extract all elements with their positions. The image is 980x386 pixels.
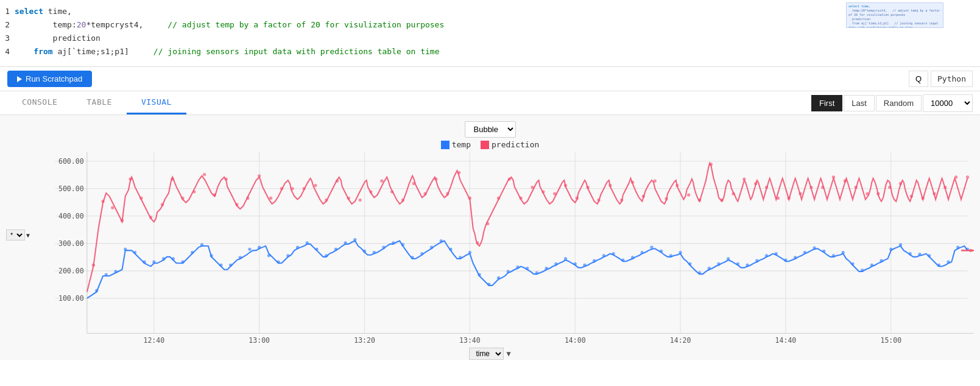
svg-point-105 — [803, 251, 806, 254]
svg-point-41 — [191, 251, 194, 254]
svg-point-176 — [664, 197, 668, 200]
svg-point-169 — [587, 186, 590, 189]
svg-point-141 — [280, 187, 283, 190]
svg-point-116 — [909, 252, 912, 255]
svg-point-144 — [314, 184, 317, 187]
svg-point-148 — [359, 198, 362, 202]
y-axis-select[interactable]: * — [6, 230, 25, 240]
svg-point-106 — [813, 247, 816, 250]
svg-point-125 — [111, 206, 114, 209]
svg-point-97 — [727, 257, 730, 260]
svg-point-152 — [401, 198, 404, 202]
count-select[interactable]: 100 1000 10000 100000 — [923, 94, 973, 112]
svg-point-165 — [541, 190, 545, 193]
search-button[interactable]: Q — [909, 71, 928, 87]
svg-point-95 — [708, 267, 711, 270]
svg-point-139 — [258, 174, 261, 177]
chart-type-select[interactable]: Line Bubble Scatter Bar — [465, 121, 516, 138]
svg-point-198 — [910, 195, 913, 198]
svg-point-53 — [306, 241, 309, 244]
svg-point-170 — [597, 198, 600, 202]
legend-temp-color — [441, 141, 449, 149]
svg-point-96 — [717, 262, 720, 265]
svg-point-166 — [553, 192, 556, 195]
chart-area: Line Bubble Scatter Bar temp prediction … — [0, 115, 980, 360]
svg-point-101 — [765, 254, 768, 257]
svg-point-48 — [258, 246, 261, 249]
chart-controls: Line Bubble Scatter Bar — [0, 121, 980, 138]
svg-text:500.00: 500.00 — [58, 184, 84, 193]
svg-point-192 — [844, 180, 847, 183]
svg-point-115 — [899, 243, 902, 246]
random-page-button[interactable]: Random — [876, 95, 922, 111]
svg-point-199 — [922, 197, 925, 200]
y-axis-dropdown[interactable]: * ▼ — [6, 230, 30, 240]
svg-text:600.00: 600.00 — [58, 157, 84, 166]
svg-point-63 — [401, 243, 404, 246]
tab-table[interactable]: TABLE — [72, 91, 127, 114]
svg-text:100.00: 100.00 — [58, 294, 84, 303]
svg-point-135 — [213, 194, 216, 197]
svg-point-124 — [101, 200, 104, 203]
svg-point-149 — [369, 190, 372, 193]
run-scratchpad-button[interactable]: Run Scratchpad — [7, 71, 92, 87]
svg-point-151 — [390, 190, 393, 193]
code-line-1: select time, — [15, 5, 980, 18]
tabs-bar: CONSOLE TABLE VISUAL First Last Random 1… — [0, 91, 980, 115]
svg-point-146 — [336, 180, 339, 183]
code-editor: 1 2 3 4 select time, temp:20*tempcryst4,… — [0, 0, 980, 67]
chart-wrapper: * ▼ — [6, 152, 974, 346]
svg-point-167 — [564, 184, 567, 187]
chart-svg-element: 600.00 500.00 400.00 300.00 200.00 100.0… — [49, 152, 974, 349]
legend-prediction: prediction — [481, 140, 539, 149]
svg-point-174 — [642, 195, 645, 198]
legend-temp: temp — [441, 140, 471, 149]
svg-point-153 — [412, 182, 415, 185]
svg-point-118 — [928, 254, 931, 257]
svg-point-35 — [133, 251, 136, 254]
code-content[interactable]: select time, temp:20*tempcryst4, // adju… — [15, 5, 980, 61]
svg-point-40 — [181, 261, 184, 264]
x-axis-select[interactable]: time — [469, 348, 504, 360]
tab-visual[interactable]: VISUAL — [127, 91, 186, 114]
svg-point-71 — [478, 273, 481, 276]
svg-point-69 — [459, 256, 462, 259]
svg-point-61 — [382, 246, 385, 249]
svg-point-64 — [411, 256, 414, 259]
y-axis-chevron: ▼ — [26, 232, 30, 239]
first-page-button[interactable]: First — [811, 95, 842, 111]
svg-point-100 — [755, 259, 758, 262]
line-numbers: 1 2 3 4 — [0, 5, 15, 61]
svg-point-179 — [698, 198, 701, 202]
run-button-label: Run Scratchpad — [26, 74, 82, 83]
svg-text:300.00: 300.00 — [58, 239, 84, 248]
svg-point-79 — [554, 262, 557, 265]
svg-point-42 — [200, 243, 203, 246]
svg-point-196 — [888, 186, 891, 189]
svg-point-37 — [152, 261, 155, 264]
svg-point-72 — [487, 282, 490, 286]
svg-point-90 — [660, 250, 663, 253]
tab-console[interactable]: CONSOLE — [7, 91, 72, 114]
code-line-3: prediction — [15, 32, 980, 45]
svg-point-84 — [602, 254, 605, 257]
svg-point-94 — [698, 271, 701, 274]
x-axis-chevron: ▼ — [506, 349, 510, 358]
svg-point-181 — [721, 198, 724, 202]
svg-point-82 — [583, 264, 586, 267]
svg-point-112 — [870, 264, 873, 267]
svg-point-91 — [669, 254, 672, 257]
svg-point-191 — [832, 175, 835, 178]
svg-point-78 — [545, 267, 548, 270]
svg-point-76 — [526, 267, 529, 270]
pagination-controls: First Last Random 100 1000 10000 100000 — [811, 94, 973, 112]
last-page-button[interactable]: Last — [844, 95, 875, 111]
svg-point-31 — [95, 289, 98, 292]
svg-text:13:20: 13:20 — [354, 336, 375, 345]
svg-point-186 — [777, 197, 780, 200]
svg-point-55 — [325, 254, 328, 257]
svg-point-33 — [114, 270, 117, 273]
svg-point-203 — [966, 175, 969, 178]
svg-point-189 — [809, 186, 813, 189]
svg-point-120 — [947, 261, 950, 264]
